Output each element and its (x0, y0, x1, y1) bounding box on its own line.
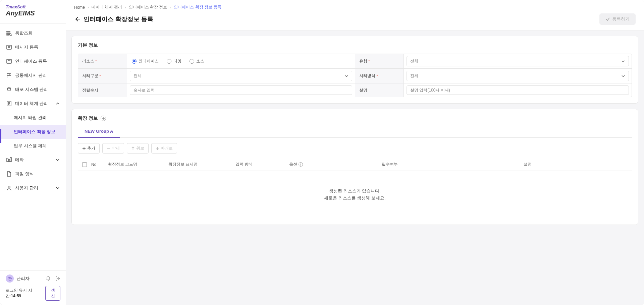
up-button[interactable]: 위로 (127, 143, 149, 154)
nav-label: 메시지 등록 (15, 44, 38, 50)
user-icon (6, 185, 12, 191)
ext-info-card: 확장 정보 NEW Group A 추가 (71, 109, 638, 225)
crumb-data-system[interactable]: 데이터 체계 관리 (92, 4, 122, 10)
crumb-home[interactable]: Home (74, 5, 85, 10)
order-label: 정렬순서 (78, 83, 127, 97)
breadcrumb-sep: › (170, 5, 171, 10)
down-button[interactable]: 아래로 (151, 143, 177, 154)
nav-item-user-mgmt[interactable]: 사용자 관리 (0, 181, 66, 195)
nav-label: 배포 시스템 관리 (15, 86, 48, 93)
document-icon (6, 101, 12, 106)
svg-point-12 (9, 88, 9, 89)
data-table: No 확장정보 코드명 확장정보 표시명 입력 방식 옵션 i 필수여부 설명 … (78, 158, 632, 219)
nav-item-common-message[interactable]: 공통메시지 관리 (0, 68, 66, 82)
add-button[interactable]: 추가 (78, 143, 100, 154)
interface-icon (6, 59, 12, 64)
basic-info-card: 기본 정보 리소스* 인터페이스 (71, 36, 638, 104)
nav-item-message[interactable]: 메시지 등록 (0, 40, 66, 54)
order-input[interactable] (130, 85, 352, 95)
nav-item-file-format[interactable]: 파일 양식 (0, 167, 66, 181)
nav-label: 파일 양식 (15, 171, 34, 177)
svg-rect-19 (10, 158, 11, 162)
type-select[interactable]: 전체 (407, 56, 629, 66)
logo-brand: TmaxSoft (6, 4, 60, 9)
message-icon (6, 45, 12, 50)
select-all-checkbox[interactable] (82, 162, 87, 167)
meta-icon (6, 157, 12, 163)
table-head: No 확장정보 코드명 확장정보 표시명 입력 방식 옵션 i 필수여부 설명 (78, 158, 632, 171)
back-icon[interactable] (74, 16, 80, 22)
svg-rect-2 (7, 35, 9, 35)
chevron-down-icon (621, 59, 625, 63)
avatar[interactable]: 관 (6, 274, 14, 283)
svg-line-4 (11, 35, 12, 36)
tab-new-group-a[interactable]: NEW Group A (78, 125, 120, 138)
refresh-button[interactable]: 갱신 (45, 286, 60, 301)
nav-sub-label: 업무 시스템 체계 (14, 143, 47, 148)
col-no: No (91, 162, 108, 167)
col-desc: 설명 (423, 162, 632, 167)
nav-label: 사용자 관리 (15, 185, 38, 191)
nav-item-search[interactable]: 통합조회 (0, 26, 66, 40)
col-required: 필수여부 (356, 162, 423, 167)
bell-icon[interactable] (46, 276, 51, 281)
page-title: 인터페이스 확장정보 등록 (84, 15, 153, 23)
nav-label: 인터페이스 등록 (15, 58, 47, 64)
radio-icon (132, 59, 137, 64)
col-input: 입력 방식 (235, 162, 289, 167)
session-text: 로그인 유지 시간:14:59 (6, 288, 45, 299)
radio-source[interactable]: 소스 (190, 58, 204, 64)
register-button[interactable]: 등록하기 (599, 13, 636, 25)
nav-item-interface[interactable]: 인터페이스 등록 (0, 54, 66, 68)
nav-item-meta[interactable]: 메타 (0, 153, 66, 167)
radio-icon (167, 59, 171, 64)
resource-label: 리소스* (78, 54, 127, 69)
chevron-down-icon (56, 158, 60, 162)
svg-rect-1 (7, 33, 10, 34)
crumb-interface-ext[interactable]: 인터페이스 확장 정보 (129, 4, 167, 10)
user-name: 관리자 (16, 276, 30, 282)
chevron-down-icon (344, 74, 348, 78)
nav-sub-interface-ext[interactable]: 인터페이스 확장 정보 (0, 125, 66, 139)
add-group-button[interactable] (101, 116, 106, 121)
minus-icon (107, 146, 110, 150)
nav-item-data-system[interactable]: 데이터 체계 관리 (0, 97, 66, 111)
svg-rect-8 (7, 59, 11, 63)
radio-interface[interactable]: 인터페이스 (132, 58, 159, 64)
empty-line-1: 생성된 리소스가 없습니다. (78, 188, 632, 195)
ext-info-title: 확장 정보 (78, 115, 98, 121)
empty-state: 생성된 리소스가 없습니다. 새로운 리소스를 생성해 보세요. (78, 171, 632, 219)
nav-label: 공통메시지 관리 (15, 72, 47, 78)
radio-target[interactable]: 타겟 (167, 58, 181, 64)
nav-sub-message-type[interactable]: 메시지 타입 관리 (0, 111, 66, 125)
proc-method-label: 처리방식* (355, 69, 404, 83)
nav-sub-label: 인터페이스 확장 정보 (14, 129, 55, 134)
crumb-current: 인터페이스 확장 정보 등록 (174, 4, 221, 10)
plus-icon (82, 146, 86, 150)
desc-input[interactable] (407, 85, 629, 95)
form-table: 리소스* 인터페이스 타겟 (78, 54, 632, 97)
logout-icon[interactable] (55, 276, 60, 281)
resource-value: 인터페이스 타겟 소스 (127, 54, 355, 69)
svg-point-3 (10, 34, 11, 36)
logo-title: AnyEIMS (6, 9, 60, 17)
nav-sub-business-system[interactable]: 업무 시스템 체계 (0, 139, 66, 153)
delete-button[interactable]: 삭제 (102, 143, 124, 154)
nav-sub-label: 메시지 타입 관리 (14, 115, 47, 120)
main-header: Home › 데이터 체계 관리 › 인터페이스 확장 정보 › 인터페이스 확… (66, 0, 644, 30)
proc-method-select[interactable]: 전체 (407, 71, 629, 81)
radio-icon (190, 59, 194, 64)
file-icon (6, 171, 12, 177)
nav-item-deploy[interactable]: 배포 시스템 관리 (0, 82, 66, 97)
flag-icon (6, 73, 12, 78)
info-icon[interactable]: i (299, 162, 303, 167)
chevron-down-icon (56, 186, 60, 190)
nav-label: 메타 (15, 157, 24, 163)
desc-label: 설명 (355, 83, 404, 97)
chevron-up-icon (56, 102, 60, 106)
svg-rect-0 (7, 31, 10, 32)
nav-label: 통합조회 (15, 30, 33, 36)
breadcrumb: Home › 데이터 체계 관리 › 인터페이스 확장 정보 › 인터페이스 확… (74, 4, 636, 10)
proc-class-select[interactable]: 전체 (130, 71, 352, 81)
rocket-icon (6, 87, 12, 92)
